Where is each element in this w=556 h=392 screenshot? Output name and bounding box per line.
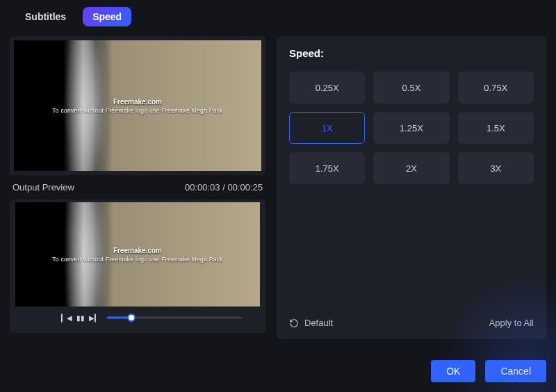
watermark-title: Freemake.com — [52, 98, 223, 106]
output-video: Freemake.com To convert without Freemake… — [15, 202, 260, 307]
ok-button[interactable]: OK — [431, 360, 475, 382]
reset-default[interactable]: Default — [289, 318, 333, 328]
tab-speed[interactable]: Speed — [83, 7, 131, 26]
speed-option-2x[interactable]: 2X — [373, 152, 449, 184]
reset-default-label: Default — [304, 318, 333, 328]
watermark-sub: To convert without Freemake logo use Fre… — [52, 107, 223, 114]
seek-slider[interactable] — [107, 312, 242, 323]
source-video: Freemake.com To convert without Freemake… — [14, 40, 261, 171]
output-preview-label: Output Preview — [13, 182, 74, 193]
watermark: Freemake.com To convert without Freemake… — [52, 98, 223, 114]
watermark: Freemake.com To convert without Freemake… — [52, 247, 223, 263]
timecode: 00:00:03 / 00:00:25 — [185, 182, 263, 193]
prev-frame-icon[interactable]: ▎◀ — [61, 314, 72, 322]
speed-option-1-25x[interactable]: 1.25X — [373, 112, 449, 144]
next-frame-icon[interactable]: ▶▎ — [89, 314, 100, 322]
speed-option-0-5x[interactable]: 0.5X — [373, 72, 449, 104]
watermark-sub: To convert without Freemake logo use Fre… — [52, 256, 223, 263]
speed-option-1-75x[interactable]: 1.75X — [289, 152, 365, 184]
watermark-title: Freemake.com — [52, 247, 223, 254]
tab-subtitles[interactable]: Subtitles — [15, 7, 76, 26]
speed-option-1-5x[interactable]: 1.5X — [458, 112, 534, 144]
pause-icon[interactable]: ▮▮ — [76, 314, 85, 322]
speed-option-1x[interactable]: 1X — [289, 112, 365, 144]
speed-title: Speed: — [289, 47, 534, 59]
source-preview: Freemake.com To convert without Freemake… — [10, 36, 265, 175]
speed-option-0-75x[interactable]: 0.75X — [458, 72, 534, 104]
reset-icon — [289, 318, 299, 328]
speed-grid: 0.25X0.5X0.75X1X1.25X1.5X1.75X2X3X — [289, 72, 534, 184]
cancel-button[interactable]: Cancel — [485, 360, 546, 382]
speed-option-0-25x[interactable]: 0.25X — [289, 72, 365, 104]
apply-to-all[interactable]: Apply to All — [489, 318, 534, 328]
speed-option-3x[interactable]: 3X — [458, 152, 534, 184]
tab-bar: Subtitles Speed — [0, 0, 556, 31]
